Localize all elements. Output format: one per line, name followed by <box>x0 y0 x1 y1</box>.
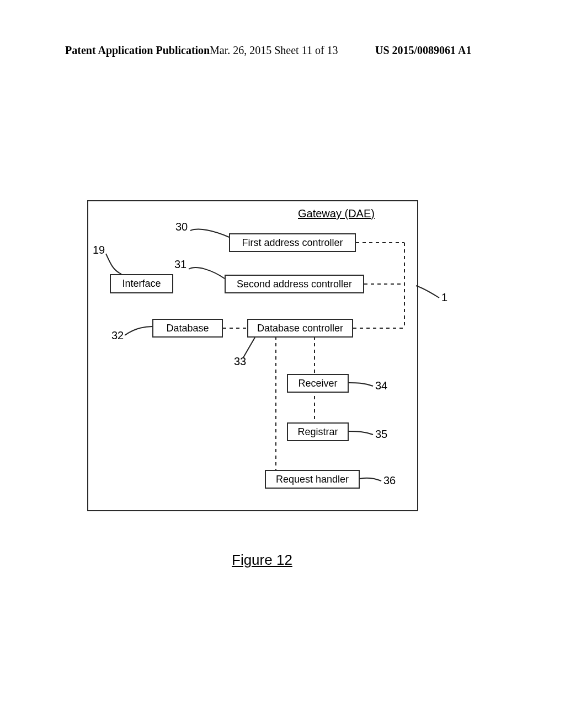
figure-caption: Figure 12 <box>232 552 292 569</box>
page: Patent Application Publication Mar. 26, … <box>0 0 565 728</box>
pointer-hooks <box>0 0 565 728</box>
